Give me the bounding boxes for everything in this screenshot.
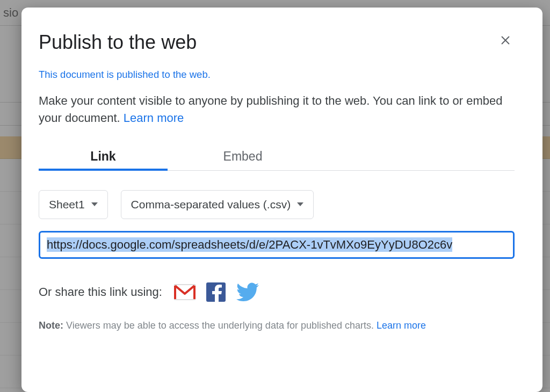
note-label: Note: [39, 320, 63, 331]
gmail-icon[interactable] [174, 284, 196, 300]
description-learn-more-link[interactable]: Learn more [124, 111, 184, 125]
publish-status-link[interactable]: This document is published to the web. [39, 69, 211, 81]
twitter-icon[interactable] [236, 282, 259, 302]
note-learn-more-link[interactable]: Learn more [377, 320, 426, 331]
note: Note: Viewers may be able to access the … [39, 320, 515, 331]
dialog-header: Publish to the web [39, 31, 515, 69]
description: Make your content visible to anyone by p… [39, 92, 515, 127]
description-text: Make your content visible to anyone by p… [39, 94, 502, 125]
tab-embed[interactable]: Embed [168, 149, 318, 170]
format-dropdown[interactable]: Comma-separated values (.csv) [121, 190, 314, 219]
close-icon[interactable] [496, 31, 515, 52]
sheet-dropdown-label: Sheet1 [49, 198, 85, 211]
published-url-text: https://docs.google.com/spreadsheets/d/e… [47, 237, 452, 252]
sheet-dropdown[interactable]: Sheet1 [39, 190, 108, 219]
share-icons [174, 282, 259, 302]
chevron-down-icon [297, 202, 303, 206]
published-url-field[interactable]: https://docs.google.com/spreadsheets/d/e… [39, 231, 515, 259]
chevron-down-icon [91, 202, 98, 206]
publish-dialog: Publish to the web This document is publ… [21, 8, 542, 392]
format-dropdown-label: Comma-separated values (.csv) [131, 198, 291, 211]
note-text: Viewers may be able to access the underl… [63, 320, 377, 331]
tabs: Link Embed [39, 149, 515, 171]
share-label: Or share this link using: [39, 285, 162, 299]
dialog-title: Publish to the web [39, 31, 197, 54]
dropdown-row: Sheet1 Comma-separated values (.csv) [39, 190, 515, 219]
share-row: Or share this link using: [39, 282, 515, 302]
facebook-icon[interactable] [206, 282, 226, 302]
tab-link[interactable]: Link [39, 149, 168, 170]
